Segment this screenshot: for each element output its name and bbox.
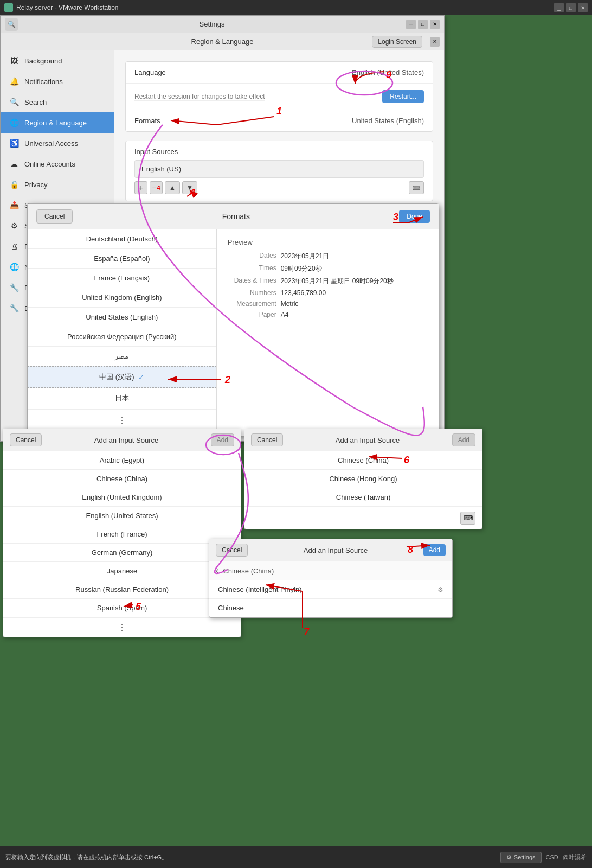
- input-source-english-us[interactable]: English (US): [134, 160, 424, 178]
- input-sources-toolbar: + − 4 ▲ ▼ ⌨: [134, 181, 424, 194]
- settings-search-btn[interactable]: 🔍: [5, 18, 18, 31]
- bottom-message: 要将输入定向到该虚拟机，请在虚拟机内部单击或按 Ctrl+G。: [5, 853, 168, 861]
- formats-item-7-label: 中国 (汉语): [99, 372, 134, 382]
- add-input-left-cancel[interactable]: Cancel: [10, 433, 42, 446]
- add-input-right-cancel[interactable]: Cancel: [251, 433, 283, 446]
- preview-dates-times-key: Dates & Times: [228, 277, 276, 286]
- bottom-user: @叶溪希: [563, 853, 587, 861]
- preview-times-key: Times: [228, 264, 276, 273]
- formats-header: Cancel Formats Done: [28, 204, 439, 229]
- sharing-icon: 📤: [9, 200, 19, 210]
- add-input-item-german[interactable]: German (Germany): [3, 544, 241, 562]
- add-input-item-french[interactable]: French (France): [3, 525, 241, 544]
- add-input-item-japanese[interactable]: Japanese: [3, 562, 241, 580]
- add-input-item-arabic[interactable]: Arabic (Egypt): [3, 451, 241, 470]
- formats-value: United States (English): [352, 117, 424, 125]
- add-input-item-english-uk[interactable]: English (United Kingdom): [3, 488, 241, 507]
- preview-measurement-row: Measurement Metric: [228, 300, 428, 308]
- add-input-right-add[interactable]: Add: [452, 433, 475, 446]
- sidebar-item-online-accounts[interactable]: ☁ Online Accounts: [1, 154, 114, 174]
- formats-item-4[interactable]: United States (English): [28, 308, 216, 327]
- settings-close[interactable]: ✕: [430, 20, 440, 29]
- region-close-btn[interactable]: ✕: [430, 37, 440, 47]
- window-controls: _ □ ✕: [554, 3, 588, 12]
- minimize-btn[interactable]: _: [554, 3, 564, 12]
- maximize-btn[interactable]: □: [566, 3, 576, 12]
- add-input-left-list: Arabic (Egypt) Chinese (China) English (…: [3, 451, 241, 617]
- formats-body: Deutschland (Deutsch) España (Español) F…: [28, 229, 439, 436]
- add-input-item-chinese-hk[interactable]: Chinese (Hong Kong): [244, 470, 482, 488]
- move-up-btn[interactable]: ▲: [165, 181, 180, 194]
- input-sources-title: Input Sources: [134, 148, 424, 156]
- add-input-item-russian[interactable]: Russian (Russian Federation): [3, 580, 241, 599]
- add-input-left-more[interactable]: ⋮: [118, 622, 126, 633]
- preview-numbers-val: 123,456,789.00: [281, 289, 326, 297]
- titlebar: Relay server - VMware Workstation _ □ ✕: [0, 0, 592, 15]
- formats-item-6[interactable]: مصر: [28, 347, 216, 366]
- settings-minimize[interactable]: ─: [406, 20, 416, 29]
- formats-row[interactable]: Formats United States (English): [126, 110, 433, 131]
- preview-times-val: 09时09分20秒: [281, 264, 322, 273]
- sidebar-item-region[interactable]: 🌐 Region & Language: [1, 112, 114, 133]
- formats-title: Formats: [73, 212, 399, 221]
- sidebar-label-background: Background: [24, 57, 62, 65]
- formats-item-7[interactable]: 中国 (汉语) ✓: [28, 366, 216, 388]
- add-input-item-chinese-china[interactable]: Chinese (China): [3, 470, 241, 488]
- add-input-item-intelligent-pinyin[interactable]: Chinese (Intelligent Pinyin) ⚙: [209, 580, 452, 599]
- sidebar-label-notifications: Notifications: [24, 78, 63, 86]
- add-input-left-header: Cancel Add an Input Source Add: [3, 429, 241, 451]
- bottom-settings-btn[interactable]: ⚙ Settings: [500, 852, 542, 863]
- formats-more-btn[interactable]: ⋮: [118, 415, 126, 425]
- formats-done-btn[interactable]: Done: [399, 210, 430, 223]
- sidebar-item-notifications[interactable]: 🔔 Notifications: [1, 71, 114, 92]
- back-arrow-icon[interactable]: ‹: [216, 566, 218, 576]
- so-icon: ⚙: [9, 221, 19, 231]
- move-down-btn[interactable]: ▼: [182, 181, 197, 194]
- add-input-right-header: Cancel Add an Input Source Add: [244, 429, 482, 451]
- settings-maximize[interactable]: □: [418, 20, 428, 29]
- formats-cancel-btn[interactable]: Cancel: [36, 209, 73, 224]
- formats-item-8[interactable]: 日本: [28, 388, 216, 409]
- settings-win-controls: ─ □ ✕: [406, 20, 440, 29]
- preview-numbers-key: Numbers: [228, 289, 276, 297]
- add-input-item-chinese-china-r[interactable]: Chinese (China): [244, 451, 482, 470]
- preview-dates-row: Dates 2023年05月21日: [228, 252, 428, 261]
- add-input-bottom-add[interactable]: Add: [423, 544, 446, 556]
- region-icon: 🌐: [9, 118, 19, 127]
- settings-gear-icon: ⚙: [437, 586, 443, 593]
- keyboard-btn[interactable]: ⌨: [409, 181, 424, 194]
- add-input-right-list: Chinese (China) Chinese (Hong Kong) Chin…: [244, 451, 482, 507]
- sidebar-item-universal-access[interactable]: ♿ Universal Access: [1, 133, 114, 154]
- back-title: Chinese (China): [223, 567, 274, 575]
- settings-gear-icon: ⚙: [506, 854, 512, 861]
- sidebar-item-background[interactable]: 🖼 Background: [1, 50, 114, 71]
- chinese-label: Chinese: [218, 604, 244, 612]
- sidebar-item-search[interactable]: 🔍 Search: [1, 92, 114, 112]
- close-btn[interactable]: ✕: [578, 3, 588, 12]
- check-icon: ✓: [138, 373, 144, 381]
- formats-item-5[interactable]: Российская Федерация (Русский): [28, 327, 216, 347]
- add-input-item-chinese-taiwan[interactable]: Chinese (Taiwan): [244, 488, 482, 507]
- restart-button[interactable]: Restart...: [382, 90, 424, 103]
- settings-titlebar: 🔍 Settings ─ □ ✕: [1, 16, 444, 33]
- region-language-header: Region & Language Login Screen ✕: [1, 33, 444, 50]
- formats-item-2[interactable]: France (Français): [28, 269, 216, 288]
- formats-item-0[interactable]: Deutschland (Deutsch): [28, 229, 216, 249]
- keyboard-icon-right[interactable]: ⌨: [460, 512, 475, 525]
- sidebar-item-privacy[interactable]: 🔒 Privacy: [1, 174, 114, 195]
- add-input-left-title: Add an Input Source: [42, 436, 210, 444]
- login-screen-button[interactable]: Login Screen: [372, 36, 422, 48]
- add-input-item-chinese[interactable]: Chinese: [209, 599, 452, 617]
- add-input-bottom-title: Add an Input Source: [248, 546, 423, 554]
- formats-item-3[interactable]: United Kingdom (English): [28, 288, 216, 308]
- remove-input-source-btn[interactable]: − 4: [150, 181, 163, 194]
- add-input-left-add[interactable]: Add: [211, 433, 234, 446]
- add-input-item-english-us[interactable]: English (United States): [3, 507, 241, 525]
- remove-icon: −: [152, 183, 156, 192]
- add-input-source-btn[interactable]: +: [134, 181, 147, 194]
- universal-access-icon: ♿: [9, 138, 19, 148]
- formats-item-1[interactable]: España (Español): [28, 249, 216, 269]
- sidebar-label-privacy: Privacy: [24, 181, 48, 189]
- add-input-item-spanish[interactable]: Spanish (Spain): [3, 599, 241, 617]
- add-input-bottom-cancel[interactable]: Cancel: [216, 544, 248, 557]
